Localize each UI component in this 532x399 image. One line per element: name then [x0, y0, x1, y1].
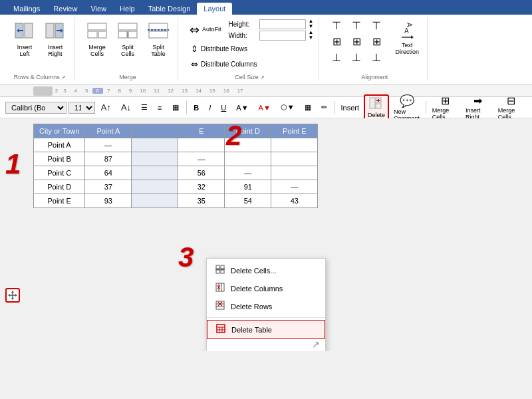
- font-color-button[interactable]: A▼: [255, 102, 275, 114]
- grow-font-button[interactable]: A↑: [97, 100, 115, 114]
- tab-table-design[interactable]: Table Design: [142, 3, 198, 15]
- borders-button[interactable]: ▦: [301, 101, 315, 114]
- insert-right-tb-button[interactable]: ➡ Insert Right: [463, 93, 493, 122]
- align-mid-right-button[interactable]: ⊞: [367, 35, 386, 49]
- merge-cells-tb-button[interactable]: ⊞ Merge Cells: [430, 93, 461, 122]
- width-down-icon[interactable]: ▼: [309, 35, 314, 41]
- bold-button[interactable]: B: [190, 102, 203, 114]
- split-cells-button[interactable]: SplitCells: [114, 19, 142, 60]
- cell-pe-pe: 43: [271, 194, 318, 208]
- align-bot-left-icon: ⊥: [332, 53, 341, 63]
- menu-item-delete-columns[interactable]: Delete Columns: [207, 279, 325, 297]
- delete-rows-icon: [215, 301, 225, 312]
- indent-list-button[interactable]: ≡: [154, 102, 166, 114]
- height-row: Height: ▲ ▼: [229, 19, 314, 29]
- distribute-cols-icon: ⇔: [191, 59, 198, 69]
- height-input[interactable]: [259, 19, 306, 29]
- font-selector[interactable]: Calibri (Bo: [5, 102, 66, 114]
- menu-item-delete-table[interactable]: Delete Table: [207, 320, 325, 339]
- header-point-c: E: [178, 124, 225, 138]
- ribbon-group-rows-cols: InsertLeft InsertRight Rows & Columns ↗: [5, 17, 75, 80]
- distribute-cols-button[interactable]: ⇔ Distribute Columns: [186, 57, 261, 71]
- eraser-button[interactable]: ✏: [317, 101, 331, 114]
- delete-button[interactable]: Delete: [364, 94, 389, 121]
- svg-marker-30: [11, 298, 14, 300]
- toolbar-separator-3: [426, 101, 426, 114]
- table-style-button[interactable]: ▦: [168, 101, 183, 114]
- align-top-center-button[interactable]: ⊤: [347, 19, 366, 33]
- text-direction-button[interactable]: A A TextDirection: [392, 19, 422, 57]
- cell-size-label: Cell Size ↗: [235, 72, 265, 80]
- cell-pc-pb: [132, 166, 178, 180]
- tab-view[interactable]: View: [84, 3, 113, 15]
- autofit-label: AutoFit: [202, 27, 221, 33]
- cell-pb-pa: 87: [85, 152, 132, 166]
- insert-left-button[interactable]: InsertLeft: [11, 19, 39, 60]
- align-bot-center-icon: ⊥: [352, 53, 361, 63]
- underline-button[interactable]: U: [217, 102, 230, 114]
- insert-label[interactable]: Insert: [338, 102, 362, 113]
- menu-item-delete-cells[interactable]: Delete Cells...: [207, 261, 325, 279]
- tab-layout[interactable]: Layout: [197, 3, 232, 15]
- autofit-button[interactable]: ⇔ AutoFit: [186, 22, 225, 38]
- svg-rect-34: [221, 265, 224, 269]
- cell-pb-pe: [271, 152, 318, 166]
- table-row: Point A —: [34, 138, 318, 152]
- align-bot-right-button[interactable]: ⊥: [367, 51, 386, 65]
- distribute-rows-label: Distribute Rows: [201, 45, 247, 53]
- insert-right-button[interactable]: InsertRight: [41, 19, 69, 60]
- annotation-3: 3: [178, 241, 194, 273]
- ribbon-group-merge: MergeCells SplitCells: [78, 17, 178, 80]
- height-label: Height:: [229, 21, 257, 28]
- cell-pa-pe: [271, 138, 318, 152]
- svg-marker-29: [11, 291, 14, 293]
- height-down-icon[interactable]: ▼: [309, 24, 314, 29]
- svg-rect-13: [128, 31, 137, 38]
- align-bot-left-button[interactable]: ⊥: [327, 51, 346, 65]
- rows-cols-label: Rows & Columns ↗: [14, 72, 66, 80]
- svg-rect-36: [221, 270, 224, 273]
- cell-point-e-name: Point E: [34, 194, 85, 208]
- align-bot-center-button[interactable]: ⊥: [347, 51, 366, 65]
- svg-rect-1: [25, 23, 33, 38]
- shrink-font-button[interactable]: A↓: [117, 100, 135, 114]
- content-area: 1 2 3 City or Town Point A E Point D Poi…: [0, 118, 532, 351]
- cell-pd-pb: [132, 180, 178, 194]
- split-table-button[interactable]: SplitTable: [144, 19, 172, 60]
- align-top-left-button[interactable]: ⊤: [327, 19, 346, 33]
- split-table-icon: [148, 21, 169, 43]
- svg-marker-31: [8, 294, 10, 297]
- distribute-cols-label: Distribute Columns: [201, 61, 257, 68]
- align-top-right-button[interactable]: ⊤: [367, 19, 386, 33]
- cell-pc-pe: [271, 166, 318, 180]
- table-move-handle[interactable]: [5, 288, 20, 303]
- merge-cells-tb2-button[interactable]: ⊟ Merge Cells: [495, 93, 527, 122]
- tab-help[interactable]: Help: [113, 3, 142, 15]
- italic-button[interactable]: I: [205, 102, 215, 114]
- ribbon-group-alignment: ⊤ ⊤ ⊤ ⊞ ⊞ ⊞ ⊥ ⊥ ⊥ A A: [322, 17, 428, 80]
- highlight-button[interactable]: A▼: [232, 102, 252, 114]
- annotation-1: 1: [5, 148, 21, 180]
- align-mid-left-button[interactable]: ⊞: [327, 35, 346, 49]
- align-bot-right-icon: ⊥: [372, 53, 381, 63]
- bullet-list-button[interactable]: ☰: [137, 101, 152, 114]
- tab-mailings[interactable]: Mailings: [7, 3, 47, 15]
- header-point-a: Point A: [85, 124, 132, 138]
- split-table-label: SplitTable: [151, 45, 166, 58]
- align-mid-center-button[interactable]: ⊞: [347, 35, 366, 49]
- merge-cells-label: MergeCells: [88, 45, 106, 58]
- distribute-rows-icon: ⇕: [191, 44, 198, 54]
- font-size-selector[interactable]: 11: [68, 102, 95, 114]
- align-mid-center-icon: ⊞: [352, 37, 361, 47]
- menu-separator: [207, 317, 325, 318]
- merge-cells-button[interactable]: MergeCells: [83, 19, 111, 60]
- delete-label: Delete: [368, 112, 385, 118]
- distribute-rows-button[interactable]: ⇕ Distribute Rows: [186, 42, 261, 56]
- text-direction-icon: A A: [399, 20, 415, 42]
- shading-button[interactable]: ⬡▼: [277, 101, 299, 114]
- tab-review[interactable]: Review: [47, 3, 84, 15]
- delete-cells-icon: [215, 265, 225, 276]
- cell-point-a-name: Point A: [34, 138, 85, 152]
- menu-item-delete-rows[interactable]: Delete Rows: [207, 297, 325, 315]
- width-input[interactable]: [259, 31, 306, 41]
